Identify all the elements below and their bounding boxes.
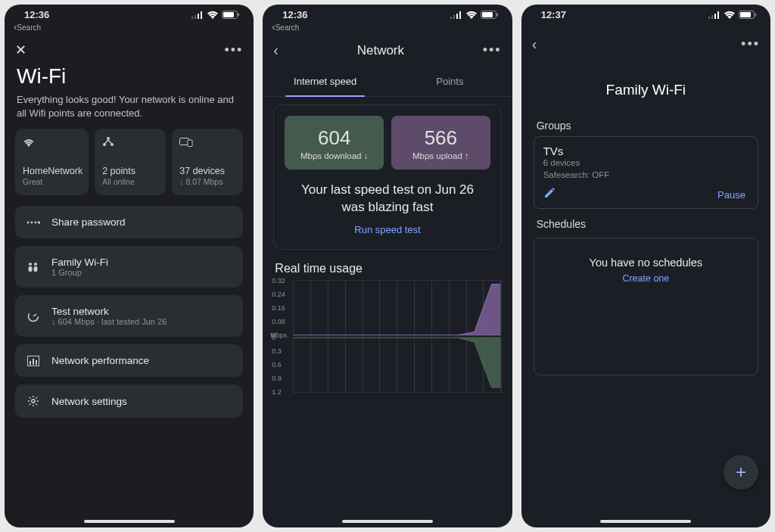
battery-icon [739, 11, 757, 19]
svg-rect-27 [450, 17, 452, 19]
item-sub: ↓ 604 Mbps · last tested Jun 26 [51, 317, 167, 326]
svg-rect-30 [459, 11, 461, 19]
svg-rect-33 [496, 14, 498, 17]
tab-points[interactable]: Points [388, 68, 512, 96]
svg-rect-37 [717, 11, 719, 19]
summary-cards: HomeNetwork Great 2 points All online 37… [5, 129, 254, 206]
svg-point-14 [35, 221, 37, 223]
item-family-wifi[interactable]: Family Wi-Fi 1 Group [15, 246, 243, 288]
page-title: Wi-Fi [5, 64, 254, 93]
wifi-icon [23, 136, 82, 150]
cellular-icon [450, 11, 462, 19]
back-search-link[interactable]: Search [263, 20, 512, 34]
svg-rect-23 [30, 361, 31, 365]
back-search-link[interactable]: Search [5, 20, 254, 34]
status-icons [450, 11, 499, 19]
svg-line-21 [33, 314, 36, 316]
close-icon[interactable]: ✕ [15, 42, 26, 58]
item-label: Share password [51, 216, 126, 228]
schedules-heading: Schedules [521, 209, 770, 235]
home-indicator[interactable] [84, 520, 175, 523]
gear-icon [26, 395, 41, 407]
back-icon[interactable]: ‹ [532, 36, 537, 53]
status-bar: 12:36 [5, 5, 254, 20]
item-share-password[interactable]: Share password [15, 206, 243, 238]
download-value: 604 [289, 126, 379, 150]
battery-icon [222, 11, 240, 19]
card-points-sub: All online [102, 177, 160, 186]
status-bar: 12:37 [521, 5, 770, 20]
devices-icon [179, 136, 237, 150]
family-icon [26, 262, 41, 272]
svg-rect-18 [29, 266, 33, 272]
card-points[interactable]: 2 points All online [95, 129, 166, 195]
speed-message: Your last speed test on Jun 26 was blazi… [289, 182, 485, 216]
svg-rect-32 [482, 12, 493, 17]
home-indicator[interactable] [342, 520, 433, 523]
item-network-settings[interactable]: Network settings [15, 384, 243, 418]
cellular-icon [708, 11, 721, 19]
status-icons [191, 11, 240, 19]
svg-rect-34 [708, 17, 710, 19]
run-speed-test-button[interactable]: Run speed test [354, 224, 420, 235]
points-icon [102, 136, 160, 150]
chart-icon [26, 356, 41, 366]
status-time: 12:37 [541, 9, 566, 20]
edit-icon[interactable] [543, 187, 556, 202]
card-network-label: HomeNetwork [23, 166, 82, 177]
group-name: TVs [543, 145, 749, 157]
svg-rect-39 [740, 12, 751, 17]
groups-heading: Groups [521, 110, 770, 136]
group-safesearch: Safesearch: OFF [543, 170, 749, 182]
cellular-icon [191, 11, 204, 19]
pause-button[interactable]: Pause [717, 189, 745, 201]
card-network-sub: Great [23, 177, 82, 186]
svg-rect-2 [198, 14, 199, 19]
status-time: 12:36 [24, 9, 49, 20]
group-devices: 6 devices [543, 157, 749, 170]
svg-rect-3 [201, 11, 202, 19]
svg-rect-5 [223, 12, 234, 17]
more-icon[interactable]: ••• [741, 36, 760, 52]
screen-network: 12:36 Search ‹ Network ••• Internet spee… [263, 5, 512, 527]
back-icon[interactable]: ‹ [273, 42, 279, 59]
svg-rect-1 [195, 15, 196, 19]
group-card-tvs[interactable]: TVs 6 devices Safesearch: OFF Pause [534, 136, 758, 209]
svg-rect-24 [33, 359, 34, 365]
more-icon[interactable]: ••• [224, 42, 243, 58]
item-label: Network settings [51, 396, 127, 407]
realtime-chart: 00.080.160.240.32 00.30.60.91.2Mbps [263, 280, 512, 393]
chart-download: 00.30.60.91.2Mbps [293, 337, 501, 393]
card-devices[interactable]: 37 devices ↓ 8.07 Mbps [172, 129, 243, 195]
battery-icon [481, 11, 499, 19]
upload-value: 566 [396, 126, 486, 150]
home-indicator[interactable] [600, 520, 691, 523]
page-subtitle: Everything looks good! Your network is o… [5, 93, 254, 129]
item-label: Family Wi-Fi [51, 257, 108, 268]
schedules-empty-label: You have no schedules [542, 257, 750, 269]
add-button[interactable]: + [724, 455, 758, 490]
svg-rect-19 [34, 266, 38, 272]
download-label: Mbps download ↓ [289, 151, 379, 160]
svg-rect-25 [36, 360, 37, 365]
item-test-network[interactable]: Test network ↓ 604 Mbps · last tested Ju… [15, 295, 243, 337]
create-schedule-button[interactable]: Create one [542, 273, 750, 284]
page-title: Family Wi-Fi [521, 59, 770, 110]
card-network[interactable]: HomeNetwork Great [15, 129, 89, 195]
svg-rect-35 [711, 15, 713, 19]
screen-wifi: 12:36 Search ✕ ••• Wi-Fi Everything look… [5, 5, 254, 527]
tile-download: 604 Mbps download ↓ [285, 116, 384, 170]
screen-family-wifi: 12:37 ‹ ••• Family Wi-Fi Groups TVs 6 de… [521, 5, 770, 527]
item-sub: 1 Group [51, 268, 108, 277]
svg-point-7 [107, 137, 110, 140]
tab-internet-speed[interactable]: Internet speed [263, 68, 388, 96]
password-icon [26, 219, 41, 226]
svg-rect-11 [188, 140, 192, 147]
more-icon[interactable]: ••• [483, 42, 502, 58]
item-label: Test network [51, 306, 167, 317]
svg-rect-40 [755, 14, 756, 17]
svg-rect-0 [191, 17, 193, 19]
svg-point-26 [32, 400, 35, 403]
gauge-icon [26, 310, 41, 322]
item-network-performance[interactable]: Network performance [15, 344, 243, 377]
